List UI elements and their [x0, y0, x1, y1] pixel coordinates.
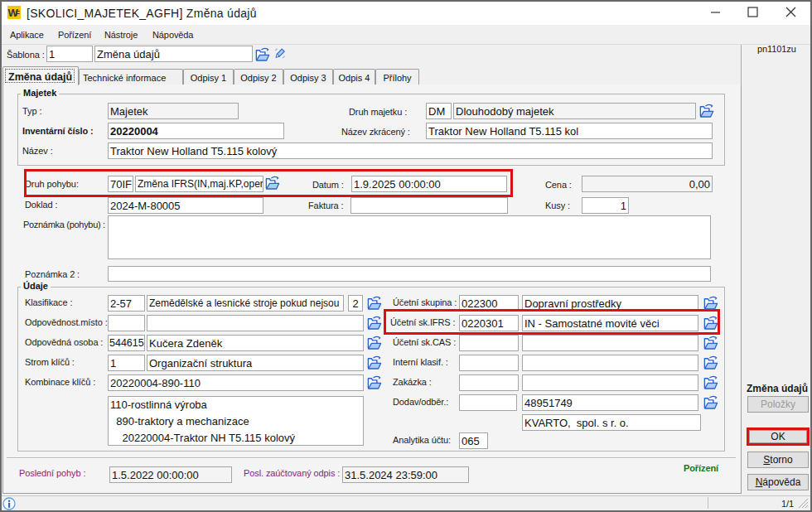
svg-text:F: F: [16, 9, 21, 17]
